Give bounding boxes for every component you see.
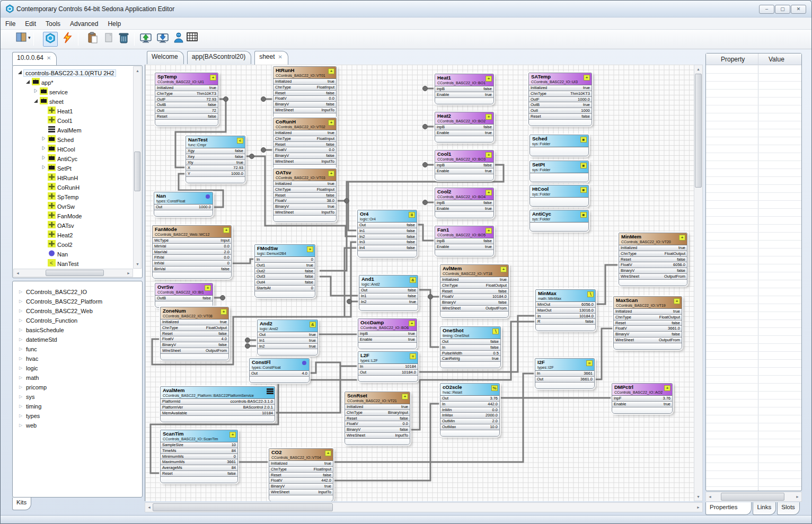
wire[interactable] [348,182,357,230]
block-header[interactable]: SpTempCControls_BASC22_IO::UI1+ [155,73,218,85]
device-tab[interactable]: 10.0.0.64✕ [12,52,57,66]
slot-row-initialized[interactable]: Initializedtrue [269,461,333,467]
block-zonenum[interactable]: ZoneNumCControls_BASC22_IO::VT08+Initial… [160,307,229,360]
block-header[interactable]: Heat1CControls_BASC22_IO::BO1+ [435,74,493,86]
expander-closed-icon[interactable]: ▷ [17,354,24,363]
slot-row-binaryv[interactable]: BinaryVfalse [440,300,508,306]
slot-row-floatv[interactable]: FloatV0.0 [345,421,410,427]
slot-row-inpb[interactable]: inpBfalse [435,238,493,244]
paste-button[interactable] [85,32,100,47]
slot-row-in2[interactable]: In2false [358,234,417,240]
expander-closed-icon[interactable]: ▷ [17,325,24,335]
block-header[interactable]: SetPtsys::Folder■ [530,161,588,173]
expander-closed-icon[interactable]: ▷ [17,316,24,325]
block-sched[interactable]: Schedsys::Folder■ [529,135,589,156]
slot-row-inpb[interactable]: inpBtrue [358,331,417,337]
slot-row-initialized[interactable]: Initializedtrue [440,277,508,283]
block-l2f[interactable]: L2Ftypes::L2F=In10184Out10184.0 [358,351,418,382]
block-header[interactable]: OATsvCControls_BASC22_IO::VT03+ [273,169,336,181]
slot-row-reset[interactable]: Resetfalse [440,289,508,295]
slot-row-out[interactable]: Out3661.0 [535,377,594,383]
slot-row-wctype[interactable]: WcTypeInput [153,238,231,244]
block-sptemp[interactable]: SpTempCControls_BASC22_IO::UI1+Initializ… [155,73,218,126]
columns-button[interactable] [14,32,29,47]
slot-row-enable[interactable]: Enabletrue [435,130,493,136]
block-header[interactable]: FModSwlogic::DemuxI2B4» [255,245,315,257]
trash-button[interactable] [116,32,131,47]
slot-row-binaryv[interactable]: BinaryVfalse [345,427,410,433]
slot-row-outf[interactable]: OutF1000.0 [529,97,592,103]
slot-row-minout[interactable]: MinOut6056.0 [536,302,595,308]
block-header[interactable]: FanModeCControls_BASC22_Web::WC12+ [153,226,231,238]
kit-item-datetimestd[interactable]: ▷datetimeStd [15,334,140,344]
tree-item-corunh[interactable]: CoRunH [14,182,133,192]
slot-row-wiresheet[interactable]: WireSheetInputTo [273,210,336,216]
menu-advanced[interactable]: Advanced [65,18,103,28]
slot-row-inmax[interactable]: InMax2000.0 [440,413,499,419]
slot-row-minval[interactable]: MinVal0.0 [153,244,231,250]
slot-row-enable[interactable]: Enabletrue [435,92,493,98]
slot-row-wiresheet[interactable]: WireSheetInputTo [269,490,333,495]
tab-sheet[interactable]: sheet✕ [254,51,288,65]
grid-button[interactable] [185,32,200,47]
block-minmem[interactable]: MinMemCControls_BASC22_IO::VT20+Initiali… [619,233,687,286]
slot-row-floatv[interactable]: FloatV442.0 [269,478,333,484]
tab-welcome[interactable]: Welcome [147,51,184,64]
slot-row-initialized[interactable]: Initializedtrue [273,130,336,136]
wire[interactable] [417,225,435,241]
tree-hscrollbar[interactable]: ◄► [13,269,133,277]
block-header[interactable]: I2Ftypes::I2F= [535,359,594,371]
slot-row-inpf[interactable]: inpF3.76 [612,396,672,402]
slot-row-initialized[interactable]: Initializedtrue [161,319,228,325]
slot-row-floatv[interactable]: FloatV3661.0 [614,326,682,332]
slot-row-wiresheet[interactable]: WireSheetOutputFrom [161,348,228,354]
kits-tab[interactable]: Kits [12,498,31,510]
slot-row-in1[interactable]: In1false [359,294,418,299]
slot-row-reset[interactable]: Resetfalse [155,114,218,120]
slot-row-maximumms[interactable]: MaximumMs3661 [161,459,237,465]
block-header[interactable]: ZoneNumCControls_BASC22_IO::VT08+ [161,307,228,319]
slot-row-out[interactable]: Outtrue [258,332,317,338]
slot-row-initialized[interactable]: Initializedtrue [529,85,592,91]
slot-row-chntype[interactable]: ChnTypeFloatInput [269,467,333,473]
tree-item-nan[interactable]: Nan [14,249,133,259]
slot-row-chntype[interactable]: ChnTypeFloatOutput [614,315,682,321]
wire[interactable] [232,259,254,263]
upload-button[interactable] [138,32,153,47]
block-nan[interactable]: Nantypes::ConstFloatOut1000.0 [154,192,213,217]
slot-row-samplesize[interactable]: SampleSize10 [161,442,237,448]
slot-row-enable[interactable]: Enabletrue [612,402,672,407]
slot-row-initialized[interactable]: Initializedtrue [614,309,682,315]
tab-properties[interactable]: Properties [705,502,752,515]
slot-row-in1[interactable]: In1true [258,338,317,344]
tree-item-app[interactable]: app* [14,77,133,87]
kit-item-ccontrols_basc22_web[interactable]: ▷CControls_BASC22_Web [15,306,140,315]
slot-row-floatv[interactable]: FloatV38.0 [273,198,336,204]
tab-close-icon[interactable]: ✕ [47,55,51,61]
slot-row-in1[interactable]: In1false [358,228,417,234]
tree-item-ovrsw[interactable]: OvrSw [14,201,133,211]
kit-item-sys[interactable]: ▷sys [15,392,140,401]
expander-closed-icon[interactable]: ▷ [17,411,24,421]
block-header[interactable]: DMPctrlCControls_BASC22_IO::AO2+ [612,384,672,396]
block-nantest[interactable]: NanTestfunc::Cmpr<XgyfalseXeyfalseXlytru… [186,136,245,183]
block-satemp[interactable]: SATempCControls_BASC22_IO::UI3+Initializ… [528,73,592,126]
block-header[interactable]: MinMemCControls_BASC22_IO::VT20+ [619,233,687,245]
slot-row-in[interactable]: In442.0 [440,402,499,407]
slot-row-maxout[interactable]: MaxOut13016.0 [536,308,595,314]
expander-closed-icon[interactable]: ▷ [17,287,24,297]
slot-row-chntype[interactable]: ChnTypeFloatInput [273,136,336,142]
slot-row-binaryv[interactable]: BinaryVfalse [614,332,682,338]
block-dmpctrl[interactable]: DMPctrlCControls_BASC22_IO::AO2+inpF3.76… [612,383,673,414]
tab-links[interactable]: Links [753,502,776,515]
slot-row-reset[interactable]: Resetfalse [614,321,682,326]
block-header[interactable]: ScanTimCControls_BASC22_IO::ScanTim+ [161,430,237,442]
tree-item-nantest[interactable]: <NanTest [14,259,133,268]
slot-row-binaryv[interactable]: BinaryVtrue [269,484,333,490]
slot-row-enable[interactable]: Enabletrue [358,337,417,343]
block-header[interactable]: CoRunHCControls_BASC22_IO::VT02+ [273,118,336,130]
expander-closed-icon[interactable]: ▷ [17,335,24,344]
slot-row-enable[interactable]: Enabletrue [435,206,493,212]
slot-row-y[interactable]: Y1000.0 [186,171,245,177]
kit-item-func[interactable]: ▷func [15,344,140,353]
